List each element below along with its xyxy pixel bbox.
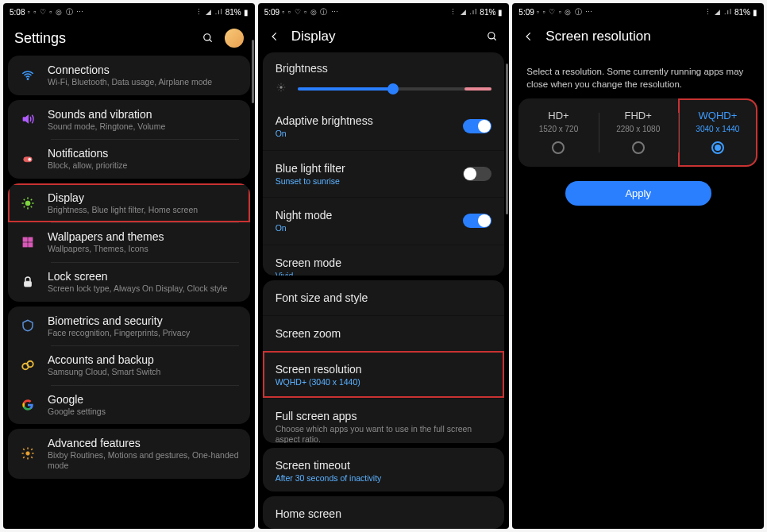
resolution-option-wqhd[interactable]: WQHD+ 3040 x 1440 [678, 98, 757, 167]
row-night-mode[interactable]: Night modeOn [263, 197, 505, 245]
lock-icon [19, 273, 37, 291]
row-title: Screen resolution [276, 363, 492, 376]
brightness-label: Brightness [263, 52, 505, 78]
row-title: Connections [48, 64, 239, 76]
row-title: Google [48, 393, 239, 406]
resolution-content: Select a resolution. Some currently runn… [512, 52, 764, 206]
row-title: Biometrics and security [48, 314, 239, 327]
svg-point-0 [203, 34, 210, 40]
svg-rect-17 [29, 243, 33, 247]
phone-resolution: 5:09 ▫ ▫ ♡ ▫ ◎ ⓘ ⋯ ⋮ ◢ .ıl 81% ▮ Screen … [512, 3, 764, 529]
svg-line-1 [209, 40, 211, 42]
sound-icon [19, 110, 37, 128]
toggle[interactable] [463, 119, 491, 133]
row-title: Full screen apps [276, 410, 492, 422]
row-title: Screen mode [276, 256, 492, 269]
option-dimensions: 2280 x 1080 [602, 125, 675, 133]
resolution-option-fhd[interactable]: FHD+ 2280 x 1080 [599, 98, 678, 167]
row-title: Blue light filter [276, 162, 464, 175]
settings-row-display[interactable]: Display Brightness, Blue light filter, H… [8, 183, 250, 223]
row-subtitle: Face recognition, Fingerprints, Privacy [48, 328, 239, 338]
svg-point-22 [488, 33, 495, 39]
row-subtitle: Screen lock type, Always On Display, Clo… [48, 283, 239, 294]
toggle[interactable] [463, 167, 491, 181]
row-title: Notifications [48, 147, 239, 160]
page-title: Display [291, 29, 476, 44]
svg-rect-18 [25, 281, 32, 287]
row-title: Night mode [276, 209, 464, 222]
row-subtitle: Sound mode, Ringtone, Volume [48, 121, 239, 132]
row-title: Accounts and backup [48, 353, 239, 366]
row-screen-mode[interactable]: Screen modeVivid [263, 245, 505, 276]
row-subtitle: Wallpapers, Themes, Icons [48, 244, 239, 254]
row-title: Advanced features [48, 437, 239, 449]
settings-row-accounts-and-backup[interactable]: Accounts and backup Samsung Cloud, Smart… [8, 345, 250, 385]
back-icon[interactable] [523, 31, 534, 42]
radio-icon [632, 141, 645, 154]
row-blue-light-filter[interactable]: Blue light filterSunset to sunrise [263, 150, 505, 198]
status-notif-icons: ▫ ▫ ♡ ▫ ◎ ⓘ ⋯ [27, 7, 84, 17]
advanced-icon [19, 445, 37, 462]
status-time: 5:09 [518, 8, 534, 17]
svg-line-23 [494, 38, 496, 40]
resolution-option-hd[interactable]: HD+ 1520 x 720 [518, 98, 598, 167]
display-settings[interactable]: Brightness Adaptive brightnessOn Blue li… [258, 52, 510, 529]
svg-line-31 [278, 89, 279, 90]
settings-row-lock-screen[interactable]: Lock screen Screen lock type, Always On … [8, 262, 250, 302]
row-full-screen-apps[interactable]: Full screen appsChoose which apps you wa… [263, 398, 505, 443]
settings-row-sounds-and-vibration[interactable]: Sounds and vibration Sound mode, Rington… [8, 100, 250, 140]
back-icon[interactable] [269, 31, 280, 42]
toggle[interactable] [463, 214, 491, 228]
status-notif-icons: ▫ ▫ ♡ ▫ ◎ ⓘ ⋯ [282, 7, 339, 17]
status-time: 5:09 [264, 8, 279, 17]
row-adaptive-brightness[interactable]: Adaptive brightnessOn [263, 103, 505, 150]
search-icon[interactable] [487, 31, 498, 42]
settings-row-advanced-features[interactable]: Advanced features Bixby Routines, Motion… [8, 429, 250, 478]
resolution-options: HD+ 1520 x 720 FHD+ 2280 x 1080 WQHD+ 30… [518, 98, 757, 167]
settings-row-connections[interactable]: Connections Wi-Fi, Bluetooth, Data usage… [8, 56, 250, 95]
scroll-indicator[interactable] [252, 40, 254, 103]
brightness-slider[interactable] [263, 78, 505, 103]
svg-rect-15 [29, 237, 33, 241]
apply-button[interactable]: Apply [565, 181, 711, 206]
settings-row-biometrics-and-security[interactable]: Biometrics and security Face recognition… [8, 306, 250, 346]
display-icon [19, 195, 37, 212]
status-battery: 81% [734, 8, 750, 17]
scroll-indicator[interactable] [506, 64, 508, 214]
svg-line-13 [31, 199, 33, 200]
status-signal-icons: ⋮ ◢ .ıl [195, 8, 223, 16]
phone-display: 5:09 ▫ ▫ ♡ ▫ ◎ ⓘ ⋯ ⋮ ◢ .ıl 81% ▮ Display… [258, 3, 510, 529]
row-screen-resolution[interactable]: Screen resolutionWQHD+ (3040 x 1440) [263, 351, 505, 399]
settings-row-notifications[interactable]: Notifications Block, allow, prioritize [8, 139, 250, 179]
row-font-size-and-style[interactable]: Font size and style [263, 280, 505, 315]
page-title: Screen resolution [545, 29, 753, 44]
svg-point-2 [27, 78, 29, 79]
status-bar: 5:08 ▫ ▫ ♡ ▫ ◎ ⓘ ⋯ ⋮ ◢ .ıl 81% ▮ [3, 3, 255, 21]
status-notif-icons: ▫ ▫ ♡ ▫ ◎ ⓘ ⋯ [537, 7, 594, 17]
notif-icon [19, 150, 37, 168]
avatar[interactable] [225, 29, 244, 48]
row-subtitle: Choose which apps you want to use in the… [276, 424, 492, 443]
row-subtitle: WQHD+ (3040 x 1440) [276, 377, 492, 387]
accounts-icon [19, 357, 37, 374]
description: Select a resolution. Some currently runn… [512, 52, 764, 98]
settings-list[interactable]: Connections Wi-Fi, Bluetooth, Data usage… [3, 56, 255, 529]
status-time: 5:08 [10, 8, 25, 17]
row-subtitle: After 30 seconds of inactivity [276, 473, 492, 484]
row-title: Screen zoom [276, 327, 492, 340]
row-title: Screen timeout [276, 459, 492, 472]
settings-row-google[interactable]: Google Google settings [8, 385, 250, 425]
row-title: Display [48, 191, 239, 204]
svg-line-10 [24, 199, 25, 200]
settings-row-wallpapers-and-themes[interactable]: Wallpapers and themes Wallpapers, Themes… [8, 222, 250, 262]
svg-line-30 [283, 89, 283, 90]
page-title: Settings [14, 30, 66, 47]
row-screen-zoom[interactable]: Screen zoom [263, 315, 505, 351]
row-home-screen[interactable]: Home screen [263, 496, 505, 529]
search-icon[interactable] [202, 33, 214, 44]
status-bar: 5:09 ▫ ▫ ♡ ▫ ◎ ⓘ ⋯ ⋮ ◢ .ıl 81% ▮ [512, 3, 764, 21]
header: Display [258, 21, 510, 52]
row-screen-timeout[interactable]: Screen timeoutAfter 30 seconds of inacti… [263, 448, 505, 492]
radio-icon [711, 141, 724, 154]
status-battery: 81% [225, 8, 241, 17]
